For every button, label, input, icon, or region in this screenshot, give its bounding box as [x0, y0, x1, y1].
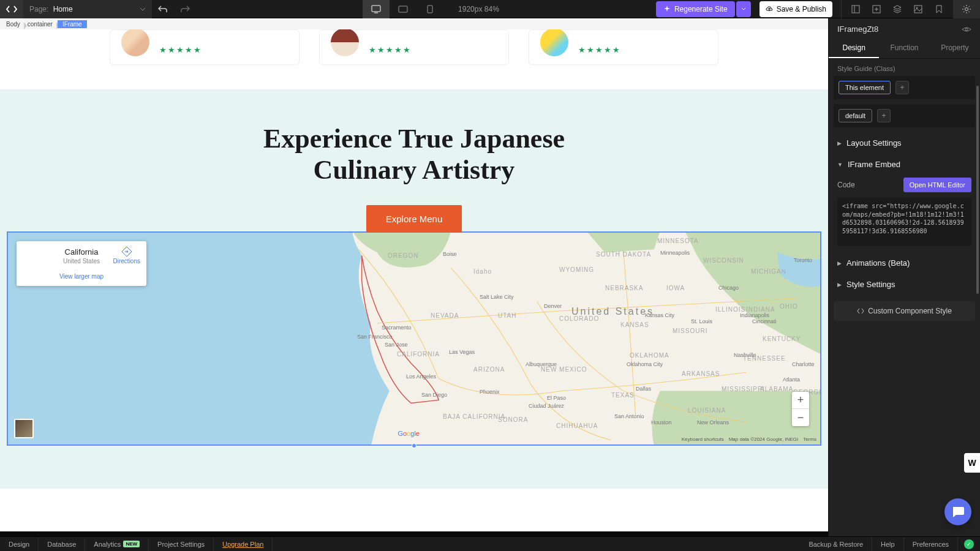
image-icon[interactable] — [908, 0, 929, 18]
top-bar: Page: Home 1920px 84% Regenerate Site Sa… — [0, 0, 980, 18]
side-flyout-tab[interactable]: W — [964, 453, 980, 473]
avatar — [540, 29, 568, 56]
hero-title: Experience True Japanese Culinary Artist… — [230, 124, 598, 186]
preferences-link[interactable]: Preferences — [904, 537, 958, 552]
tab-design[interactable]: Design — [829, 39, 879, 58]
testimonial-card: ★★★★★ — [319, 29, 509, 65]
tab-design-bottom[interactable]: Design — [0, 537, 39, 552]
upgrade-plan-link[interactable]: Upgrade Plan — [214, 537, 273, 552]
app-logo[interactable] — [0, 0, 23, 18]
undo-button[interactable] — [152, 0, 174, 18]
layers-icon[interactable] — [887, 0, 908, 18]
selected-element-name: IFramegZt8 — [837, 24, 878, 34]
zoom-info: 1920px 84% — [458, 5, 499, 13]
code-snippet-box[interactable]: <iframe src="https://www.google.com/maps… — [837, 197, 971, 246]
bookmark-icon[interactable] — [929, 0, 949, 18]
redo-button[interactable] — [174, 0, 196, 18]
device-switcher — [363, 0, 443, 18]
cloud-icon — [766, 6, 773, 13]
save-publish-button[interactable]: Save & Publish — [760, 1, 832, 17]
view-larger-map-link[interactable]: View larger map — [24, 273, 139, 280]
page-label: Page: — [29, 5, 48, 13]
testimonial-card: ★★★★★ — [529, 29, 718, 65]
add-icon[interactable] — [866, 0, 887, 18]
help-link[interactable]: Help — [872, 537, 904, 552]
chevron-down-icon — [140, 7, 146, 11]
panel-icon-1[interactable] — [845, 0, 866, 18]
testimonial-row: ★★★★★ ★★★★★ ★★★★★ — [0, 29, 828, 89]
map-info-card: California United States Directions View… — [17, 241, 146, 286]
directions-button[interactable]: Directions — [113, 246, 140, 264]
iframe-map[interactable]: United States OREGON Boise Idaho NEVADA … — [7, 231, 821, 446]
regenerate-caret[interactable] — [736, 1, 751, 17]
panel-scrollbar[interactable] — [976, 86, 979, 294]
tab-project-settings[interactable]: Project Settings — [149, 537, 214, 552]
inspector-panel: IFramegZt8 Design Function Property Styl… — [828, 18, 980, 536]
avatar — [331, 29, 359, 56]
hero-section: Experience True Japanese Culinary Artist… — [0, 89, 828, 489]
layout-settings-accordion[interactable]: ▶Layout Settings — [829, 132, 980, 154]
chat-icon — [951, 506, 965, 518]
svg-point-10 — [965, 28, 968, 31]
visibility-icon[interactable] — [962, 26, 971, 33]
map-attribution: Keyboard shortcutsMap data ©2024 Google,… — [682, 437, 816, 442]
testimonial-card: ★★★★★ — [110, 29, 300, 65]
device-desktop[interactable] — [363, 0, 390, 18]
gear-icon — [962, 4, 971, 14]
explore-menu-button[interactable]: Explore Menu — [366, 205, 462, 233]
tab-function[interactable]: Function — [879, 39, 929, 58]
backup-restore[interactable]: Backup & Restore — [800, 537, 872, 552]
star-rating: ★★★★★ — [369, 45, 412, 54]
page-value: Home — [53, 5, 73, 13]
star-rating: ★★★★★ — [578, 45, 621, 54]
settings-button[interactable] — [953, 0, 980, 18]
style-guide-label: Style Guide (Class) — [829, 59, 980, 76]
chat-fab[interactable] — [944, 498, 971, 525]
add-class-button[interactable]: + — [895, 81, 909, 94]
add-class-button[interactable]: + — [877, 109, 891, 122]
code-icon — [857, 307, 864, 315]
google-logo: Google — [398, 430, 420, 437]
animations-accordion[interactable]: ▶Animations (Beta) — [829, 252, 980, 274]
class-chip-default[interactable]: default — [839, 109, 872, 122]
zoom-out-button[interactable]: − — [792, 409, 809, 426]
device-tablet[interactable] — [390, 0, 417, 18]
svg-rect-1 — [399, 6, 407, 12]
sparkle-icon — [663, 6, 671, 13]
page-footer — [0, 531, 828, 536]
iframe-embed-accordion[interactable]: ▼IFrame Embed — [829, 154, 980, 175]
resize-handle[interactable] — [412, 443, 417, 448]
directions-icon — [121, 246, 132, 257]
code-label: Code — [837, 181, 855, 189]
tab-database[interactable]: Database — [39, 537, 85, 552]
canvas[interactable]: ★★★★★ ★★★★★ ★★★★★ Experience True Japane… — [0, 29, 828, 536]
bottom-bar: Design Database AnalyticsNEW Project Set… — [0, 536, 980, 551]
breadcrumb-item[interactable]: container — [25, 21, 58, 28]
device-mobile[interactable] — [417, 0, 443, 18]
star-rating: ★★★★★ — [159, 45, 202, 54]
breadcrumb-item-selected[interactable]: IFrame — [58, 20, 87, 28]
svg-rect-2 — [428, 6, 432, 13]
avatar — [121, 29, 149, 56]
status-indicator — [964, 539, 974, 549]
zoom-in-button[interactable]: + — [792, 392, 809, 409]
page-selector[interactable]: Page: Home — [23, 0, 152, 18]
svg-rect-0 — [372, 6, 380, 12]
open-html-editor-button[interactable]: Open HTML Editor — [903, 178, 971, 192]
class-chip-this[interactable]: This element — [839, 81, 891, 94]
class-row: default + — [834, 104, 975, 127]
svg-rect-3 — [852, 6, 859, 13]
regenerate-button[interactable]: Regenerate Site — [656, 1, 735, 17]
svg-point-8 — [965, 7, 968, 10]
inspector-tabs: Design Function Property — [829, 39, 980, 59]
tab-analytics[interactable]: AnalyticsNEW — [85, 537, 149, 552]
svg-rect-6 — [914, 6, 922, 13]
style-settings-accordion[interactable]: ▶Style Settings — [829, 274, 980, 295]
tab-property[interactable]: Property — [930, 39, 980, 58]
satellite-toggle[interactable] — [14, 419, 34, 438]
custom-component-button[interactable]: Custom Component Style — [834, 301, 975, 321]
map-zoom-control: + − — [792, 392, 809, 426]
class-row: This element + — [834, 76, 975, 99]
breadcrumb-item[interactable]: Body — [4, 21, 25, 28]
